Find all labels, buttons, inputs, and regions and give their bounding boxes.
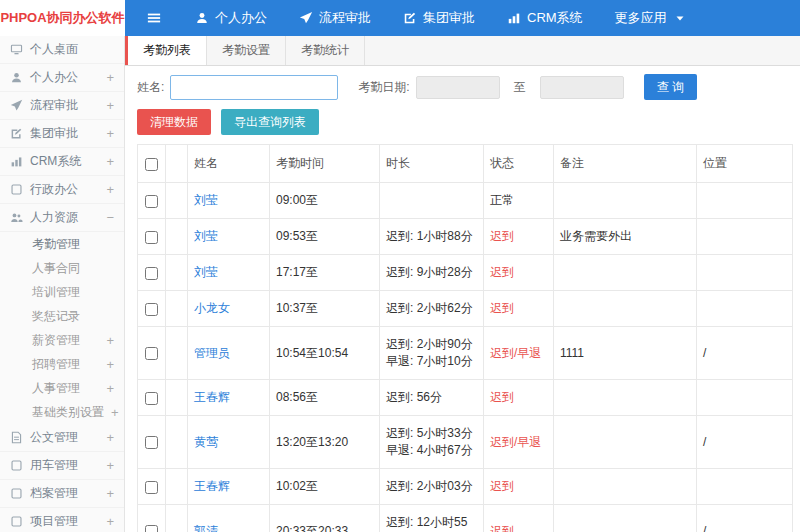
row-checkbox-cell: [138, 380, 166, 416]
sidebar-item-attendance-management[interactable]: 考勤管理: [0, 232, 124, 256]
status-cell: 迟到: [484, 469, 554, 505]
employee-name-link[interactable]: 刘莹: [194, 229, 218, 243]
status-cell: 迟到: [484, 380, 554, 416]
row-checkbox[interactable]: [145, 303, 158, 316]
menu-toggle-button[interactable]: [147, 11, 161, 25]
sidebar-item-admin-office[interactable]: 行政办公+: [0, 176, 124, 204]
select-all-checkbox[interactable]: [145, 158, 158, 171]
topnav-item-label: 集团审批: [423, 9, 475, 27]
expand-toggle-icon[interactable]: +: [106, 486, 114, 501]
topnav-item-label: 个人办公: [215, 9, 267, 27]
expand-toggle-icon[interactable]: +: [106, 430, 114, 445]
row-checkbox[interactable]: [145, 195, 158, 208]
expand-toggle-icon[interactable]: −: [106, 210, 114, 225]
expand-toggle-icon[interactable]: +: [111, 405, 119, 420]
search-button[interactable]: 查 询: [644, 74, 697, 100]
sidebar-item-label: 流程审批: [30, 97, 78, 114]
expand-toggle-icon[interactable]: +: [106, 357, 114, 372]
column-header: 时长: [380, 145, 484, 183]
topnav-item-crm-system[interactable]: CRM系统: [491, 0, 599, 36]
employee-name-link[interactable]: 王春辉: [194, 390, 230, 404]
employee-name-link[interactable]: 王春辉: [194, 479, 230, 493]
expand-toggle-icon[interactable]: +: [106, 182, 114, 197]
expand-toggle-icon[interactable]: +: [106, 381, 114, 396]
tab-attendance-list[interactable]: 考勤列表: [128, 36, 207, 65]
topnav-item-personal-office[interactable]: 个人办公: [179, 0, 283, 36]
sidebar-item-label: 项目管理: [30, 513, 78, 530]
note-cell: [554, 505, 697, 532]
employee-name-cell: 小龙女: [188, 291, 270, 327]
employee-name-link[interactable]: 黄莺: [194, 435, 218, 449]
topnav-item-more-apps[interactable]: 更多应用: [599, 0, 703, 36]
date-start-input[interactable]: [416, 76, 500, 99]
sidebar-item-crm-system[interactable]: CRM系统+: [0, 148, 124, 176]
tab-attendance-stats[interactable]: 考勤统计: [286, 36, 365, 65]
row-checkbox-cell: [138, 291, 166, 327]
row-checkbox[interactable]: [145, 436, 158, 449]
employee-name-link[interactable]: 管理员: [194, 346, 230, 360]
desktop-icon: [10, 43, 23, 56]
employee-name-link[interactable]: 小龙女: [194, 301, 230, 315]
status-cell: 正常: [484, 183, 554, 219]
employee-name-cell: 刘莹: [188, 255, 270, 291]
status-cell: 迟到: [484, 291, 554, 327]
sidebar-item-basic-category-settings[interactable]: 基础类别设置+: [0, 400, 124, 424]
column-header: 位置: [697, 145, 793, 183]
column-header: 状态: [484, 145, 554, 183]
sidebar-item-label: 人事管理: [32, 380, 80, 397]
employee-name-link[interactable]: 刘莹: [194, 265, 218, 279]
row-checkbox[interactable]: [145, 392, 158, 405]
sidebar-item-training-management[interactable]: 培训管理: [0, 280, 124, 304]
status-cell: 迟到: [484, 505, 554, 532]
duration-cell: 迟到: 5小时33分 早退: 4小时67分: [380, 416, 484, 469]
sidebar-item-personnel-management[interactable]: 人事管理+: [0, 376, 124, 400]
name-filter-input[interactable]: [170, 75, 338, 100]
attendance-time-cell: 13:20至13:20: [270, 416, 380, 469]
row-checkbox[interactable]: [145, 481, 158, 494]
sidebar-item-group-approval[interactable]: 集团审批+: [0, 120, 124, 148]
expand-toggle-icon[interactable]: +: [106, 70, 114, 85]
duration-cell: 迟到: 2小时62分: [380, 291, 484, 327]
sidebar-item-document-management[interactable]: 公文管理+: [0, 424, 124, 452]
expand-toggle-icon[interactable]: +: [106, 333, 114, 348]
sidebar-item-recruitment-management[interactable]: 招聘管理+: [0, 352, 124, 376]
sidebar-item-project-management[interactable]: 项目管理+: [0, 508, 124, 532]
expand-toggle-icon[interactable]: +: [106, 126, 114, 141]
expand-toggle-icon[interactable]: +: [106, 98, 114, 113]
employee-name-link[interactable]: 刘莹: [194, 193, 218, 207]
expand-toggle-icon[interactable]: +: [106, 458, 114, 473]
topnav-item-group-approval[interactable]: 集团审批: [387, 0, 491, 36]
sidebar-item-vehicle-management[interactable]: 用车管理+: [0, 452, 124, 480]
people-icon: [10, 211, 23, 224]
sidebar-item-label: 人事合同: [32, 260, 80, 277]
expand-toggle-icon[interactable]: +: [106, 154, 114, 169]
doc-icon: [10, 431, 23, 444]
sidebar-item-reward-punishment[interactable]: 奖惩记录: [0, 304, 124, 328]
expand-toggle-icon[interactable]: +: [106, 514, 114, 529]
sidebar-item-personal-desktop[interactable]: 个人桌面: [0, 36, 124, 64]
row-checkbox[interactable]: [145, 267, 158, 280]
topnav-item-workflow-approval[interactable]: 流程审批: [283, 0, 387, 36]
sidebar-item-personal-office[interactable]: 个人办公+: [0, 64, 124, 92]
filter-row: 姓名: 考勤日期: 至 查 询: [125, 66, 800, 107]
date-end-input[interactable]: [540, 76, 624, 99]
row-checkbox[interactable]: [145, 525, 158, 532]
tab-attendance-settings[interactable]: 考勤设置: [207, 36, 286, 65]
name-filter-label: 姓名:: [137, 79, 164, 96]
sidebar-item-human-resources[interactable]: 人力资源−: [0, 204, 124, 232]
action-row: 清理数据 导出查询列表: [125, 107, 800, 144]
caret-down-icon: [673, 11, 687, 25]
sidebar-item-workflow-approval[interactable]: 流程审批+: [0, 92, 124, 120]
sidebar-item-salary-management[interactable]: 薪资管理+: [0, 328, 124, 352]
employee-name-link[interactable]: 郭清: [194, 524, 218, 532]
export-list-button[interactable]: 导出查询列表: [221, 109, 319, 135]
employee-name-cell: 王春辉: [188, 469, 270, 505]
row-spacer-cell: [166, 255, 188, 291]
sidebar-item-hr-contract[interactable]: 人事合同: [0, 256, 124, 280]
sidebar-item-archive-management[interactable]: 档案管理+: [0, 480, 124, 508]
row-checkbox[interactable]: [145, 231, 158, 244]
attendance-time-cell: 10:37至: [270, 291, 380, 327]
row-checkbox[interactable]: [145, 347, 158, 360]
clean-data-button[interactable]: 清理数据: [137, 109, 211, 135]
table-row: 管理员10:54至10:54迟到: 2小时90分 早退: 7小时10分迟到/早退…: [138, 327, 793, 380]
